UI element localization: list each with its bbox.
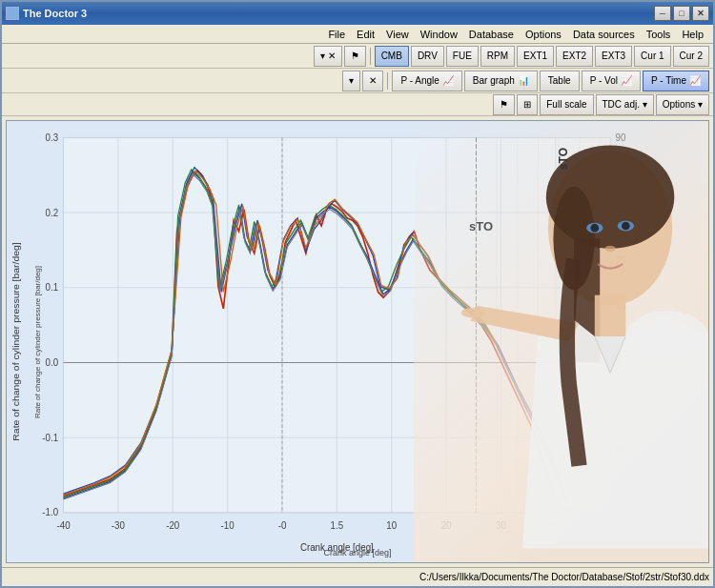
svg-text:30: 30 (616, 212, 626, 222)
menu-file[interactable]: File (322, 27, 351, 42)
svg-text:-20: -20 (166, 520, 179, 531)
tab-p-vol[interactable]: 📈 P - Vol (582, 71, 641, 91)
tab-bar-graph[interactable]: 📊 Bar graph (464, 71, 538, 91)
menu-help[interactable]: Help (676, 27, 709, 42)
title-bar: The Doctor 3 ─ □ ✕ (2, 2, 713, 25)
svg-text:10: 10 (386, 520, 397, 531)
tb-cur1[interactable]: Cur 1 (634, 46, 670, 67)
tb-close-x[interactable]: ✕ (362, 71, 383, 91)
tdc-adj-dropdown[interactable]: TDC adj. ▾ (596, 94, 654, 115)
p-angle-icon: 📈 (442, 75, 454, 86)
chart-area: 0.3 0.2 0.1 0.0 -0.1 -1.0 -40 -30 -20 -1… (6, 120, 709, 563)
bar-graph-icon: 📊 (518, 75, 529, 86)
chart-inner: 0.3 0.2 0.1 0.0 -0.1 -1.0 -40 -30 -20 -1… (7, 121, 708, 562)
menu-datasources[interactable]: Data sources (567, 27, 641, 42)
svg-text:0.2: 0.2 (46, 207, 59, 217)
svg-text:1.5: 1.5 (331, 520, 344, 531)
svg-text:-0.1: -0.1 (42, 432, 58, 442)
menu-edit[interactable]: Edit (351, 27, 380, 42)
tb-fue[interactable]: FUE (446, 46, 479, 67)
svg-text:-30: -30 (112, 520, 125, 531)
file-path: C:/Users/Ilkka/Documents/The Doctor/Data… (419, 572, 709, 582)
tab-bar-graph-label: Bar graph (473, 75, 515, 86)
title-bar-left: The Doctor 3 (6, 7, 87, 20)
x-axis-label: Crank angle [deg] (323, 548, 391, 558)
svg-text:20: 20 (441, 520, 452, 531)
svg-text:-40: -40 (56, 520, 70, 531)
chart-svg: 0.3 0.2 0.1 0.0 -0.1 -1.0 -40 -30 -20 -1… (7, 121, 708, 562)
tab-p-angle[interactable]: 📈 P - Angle (392, 71, 461, 91)
svg-text:-20: -20 (616, 445, 629, 456)
svg-text:0: 0 (616, 357, 622, 368)
tb-rpm[interactable]: RPM (480, 46, 515, 67)
tab-p-time-label: P - Time (651, 75, 686, 86)
title-buttons: ─ □ ✕ (654, 6, 709, 21)
minimize-button[interactable]: ─ (654, 6, 671, 21)
tab-table-label: Table (548, 75, 571, 86)
separator-2 (387, 72, 388, 90)
svg-text:0.0: 0.0 (46, 357, 59, 368)
svg-text:10: 10 (616, 299, 626, 310)
svg-text:40: 40 (550, 520, 561, 531)
app-icon (6, 7, 19, 20)
toolbar-options: Options ▾ TDC adj. ▾ Full scale ⊞ ⚑ (2, 93, 713, 116)
svg-text:-10: -10 (616, 401, 629, 412)
menu-database[interactable]: Database (463, 27, 520, 42)
close-button[interactable]: ✕ (692, 6, 709, 21)
tab-p-angle-label: P - Angle (400, 75, 439, 86)
svg-text:30: 30 (496, 520, 506, 531)
status-bar: C:/Users/Ilkka/Documents/The Doctor/Data… (2, 567, 713, 586)
tb-ext3[interactable]: EXT3 (595, 46, 632, 67)
sto-text: sTO (469, 219, 493, 233)
svg-text:90: 90 (616, 132, 626, 143)
full-scale-btn[interactable]: Full scale (540, 94, 593, 115)
svg-text:Rate of change of cylinder pre: Rate of change of cylinder pressure [bar… (10, 242, 21, 441)
tb-arrow-down[interactable]: ▾ (342, 71, 360, 91)
menu-options[interactable]: Options (520, 27, 567, 42)
tb-cmb[interactable]: CMB (375, 46, 409, 67)
toolbar-tabs: 📈 P - Time 📈 P - Vol Table 📊 Bar graph 📈… (2, 69, 713, 93)
tb-drv[interactable]: DRV (411, 46, 444, 67)
tb-ext1[interactable]: EXT1 (517, 46, 554, 67)
svg-text:-1.0: -1.0 (42, 507, 58, 517)
tb-flag[interactable]: ⚑ (344, 46, 366, 67)
svg-text:-30: -30 (616, 490, 629, 500)
y-axis-label: Rate of change of cylinder pressure [bar… (33, 199, 42, 485)
svg-text:0.3: 0.3 (46, 132, 59, 143)
lighthouse-btn[interactable]: ⚑ (493, 94, 515, 115)
svg-text:0.1: 0.1 (46, 282, 59, 293)
tab-p-vol-label: P - Vol (590, 75, 618, 86)
options-dropdown[interactable]: Options ▾ (656, 94, 709, 115)
menu-bar: Help Tools Data sources Options Database… (2, 25, 713, 44)
tb-ext2[interactable]: EXT2 (556, 46, 593, 67)
svg-text:-40: -40 (616, 507, 629, 517)
svg-text:20: 20 (616, 255, 626, 266)
menu-window[interactable]: Window (415, 27, 463, 42)
tab-table[interactable]: Table (540, 71, 580, 91)
sto-label: sTO (557, 148, 570, 170)
tb-cur2[interactable]: Cur 2 (673, 46, 709, 67)
grid-toggle-btn[interactable]: ⊞ (517, 94, 538, 115)
window-title: The Doctor 3 (23, 8, 87, 19)
svg-text:-10: -10 (221, 520, 235, 531)
tb-close-dropdown[interactable]: ✕ ▾ (314, 46, 342, 67)
toolbar-channels: Cur 2 Cur 1 EXT3 EXT2 EXT1 RPM FUE DRV C… (2, 44, 713, 69)
svg-text:-0: -0 (278, 520, 287, 531)
maximize-button[interactable]: □ (673, 6, 690, 21)
separator-1 (370, 48, 371, 65)
p-vol-icon: 📈 (621, 75, 632, 86)
menu-view[interactable]: View (380, 27, 415, 42)
p-time-icon: 📈 (689, 75, 701, 86)
svg-text:40: 40 (616, 168, 626, 178)
tab-p-time[interactable]: 📈 P - Time (643, 71, 709, 91)
menu-tools[interactable]: Tools (641, 27, 677, 42)
main-window: The Doctor 3 ─ □ ✕ Help Tools Data sourc… (0, 0, 715, 588)
